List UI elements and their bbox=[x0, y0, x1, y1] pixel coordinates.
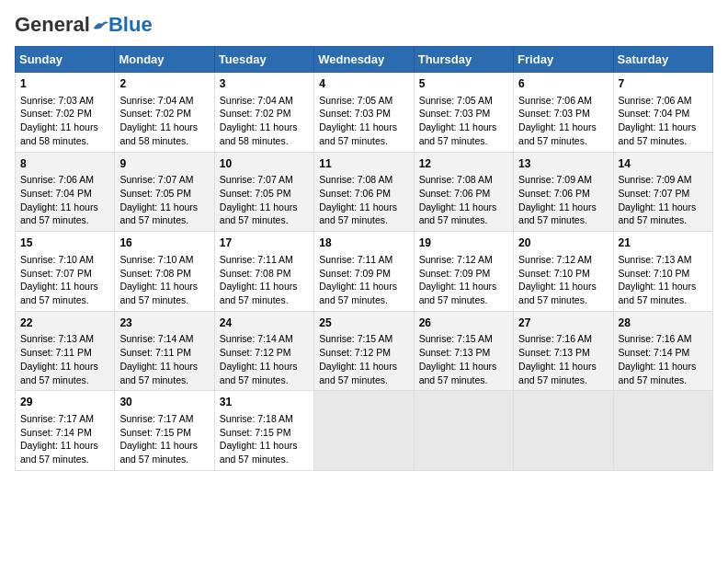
calendar-cell: 28Sunrise: 7:16 AMSunset: 7:14 PMDayligh… bbox=[613, 311, 712, 391]
cell-info: Sunrise: 7:05 AMSunset: 7:03 PMDaylight:… bbox=[319, 95, 397, 146]
cell-info: Sunrise: 7:12 AMSunset: 7:10 PMDaylight:… bbox=[518, 254, 597, 305]
logo-blue: Blue bbox=[108, 15, 153, 35]
day-number: 5 bbox=[419, 76, 508, 92]
calendar-cell bbox=[314, 391, 414, 471]
day-number: 27 bbox=[518, 316, 608, 331]
cell-info: Sunrise: 7:16 AMSunset: 7:14 PMDaylight:… bbox=[619, 333, 697, 385]
cell-info: Sunrise: 7:10 AMSunset: 7:07 PMDaylight:… bbox=[20, 254, 98, 305]
calendar-cell: 27Sunrise: 7:16 AMSunset: 7:13 PMDayligh… bbox=[514, 311, 613, 391]
day-number: 15 bbox=[20, 236, 109, 251]
calendar-cell: 26Sunrise: 7:15 AMSunset: 7:13 PMDayligh… bbox=[414, 311, 513, 391]
day-number: 10 bbox=[220, 156, 309, 172]
calendar-cell: 19Sunrise: 7:12 AMSunset: 7:09 PMDayligh… bbox=[414, 232, 513, 312]
cell-info: Sunrise: 7:05 AMSunset: 7:03 PMDaylight:… bbox=[419, 95, 497, 146]
cell-info: Sunrise: 7:08 AMSunset: 7:06 PMDaylight:… bbox=[319, 174, 397, 225]
cell-info: Sunrise: 7:04 AMSunset: 7:02 PMDaylight:… bbox=[119, 95, 198, 146]
calendar-cell: 12Sunrise: 7:08 AMSunset: 7:06 PMDayligh… bbox=[414, 152, 513, 232]
cell-info: Sunrise: 7:07 AMSunset: 7:05 PMDaylight:… bbox=[119, 174, 198, 225]
cell-info: Sunrise: 7:09 AMSunset: 7:07 PMDaylight:… bbox=[619, 174, 697, 225]
day-number: 26 bbox=[419, 316, 508, 331]
week-row-3: 15Sunrise: 7:10 AMSunset: 7:07 PMDayligh… bbox=[16, 232, 713, 312]
day-number: 29 bbox=[20, 395, 109, 410]
calendar-cell: 1Sunrise: 7:03 AMSunset: 7:02 PMDaylight… bbox=[16, 73, 115, 153]
cell-info: Sunrise: 7:03 AMSunset: 7:02 PMDaylight:… bbox=[20, 95, 98, 146]
bird-icon bbox=[92, 18, 108, 31]
page-header: General Blue bbox=[15, 15, 713, 35]
calendar-cell: 31Sunrise: 7:18 AMSunset: 7:15 PMDayligh… bbox=[214, 391, 313, 471]
calendar-cell: 9Sunrise: 7:07 AMSunset: 7:05 PMDaylight… bbox=[115, 152, 214, 232]
calendar-cell: 29Sunrise: 7:17 AMSunset: 7:14 PMDayligh… bbox=[16, 391, 115, 471]
calendar-cell: 16Sunrise: 7:10 AMSunset: 7:08 PMDayligh… bbox=[115, 232, 214, 312]
calendar-cell: 14Sunrise: 7:09 AMSunset: 7:07 PMDayligh… bbox=[613, 152, 712, 232]
calendar-cell: 4Sunrise: 7:05 AMSunset: 7:03 PMDaylight… bbox=[314, 73, 414, 153]
cell-info: Sunrise: 7:07 AMSunset: 7:05 PMDaylight:… bbox=[220, 174, 298, 225]
cell-info: Sunrise: 7:08 AMSunset: 7:06 PMDaylight:… bbox=[419, 174, 497, 225]
logo-general: General bbox=[15, 15, 90, 35]
day-number: 21 bbox=[619, 236, 708, 251]
calendar-cell: 2Sunrise: 7:04 AMSunset: 7:02 PMDaylight… bbox=[115, 73, 214, 153]
cell-info: Sunrise: 7:10 AMSunset: 7:08 PMDaylight:… bbox=[119, 254, 198, 305]
calendar-cell: 7Sunrise: 7:06 AMSunset: 7:04 PMDaylight… bbox=[613, 73, 712, 153]
calendar-cell: 3Sunrise: 7:04 AMSunset: 7:02 PMDaylight… bbox=[214, 73, 313, 153]
calendar-cell: 6Sunrise: 7:06 AMSunset: 7:03 PMDaylight… bbox=[514, 73, 613, 153]
calendar-cell: 17Sunrise: 7:11 AMSunset: 7:08 PMDayligh… bbox=[214, 232, 313, 312]
day-number: 9 bbox=[119, 156, 209, 172]
day-number: 7 bbox=[619, 76, 708, 92]
cell-info: Sunrise: 7:13 AMSunset: 7:10 PMDaylight:… bbox=[619, 254, 697, 305]
cell-info: Sunrise: 7:18 AMSunset: 7:15 PMDaylight:… bbox=[220, 413, 298, 465]
cell-info: Sunrise: 7:13 AMSunset: 7:11 PMDaylight:… bbox=[20, 333, 98, 385]
calendar-cell: 8Sunrise: 7:06 AMSunset: 7:04 PMDaylight… bbox=[16, 152, 115, 232]
day-number: 24 bbox=[220, 316, 309, 331]
day-number: 16 bbox=[119, 236, 209, 251]
calendar-cell bbox=[514, 391, 613, 471]
day-number: 25 bbox=[319, 316, 408, 331]
day-number: 3 bbox=[220, 76, 309, 92]
day-number: 18 bbox=[319, 236, 408, 251]
cell-info: Sunrise: 7:04 AMSunset: 7:02 PMDaylight:… bbox=[220, 95, 298, 146]
weekday-header-saturday: Saturday bbox=[613, 47, 712, 73]
cell-info: Sunrise: 7:17 AMSunset: 7:14 PMDaylight:… bbox=[20, 413, 98, 465]
cell-info: Sunrise: 7:15 AMSunset: 7:13 PMDaylight:… bbox=[419, 333, 497, 385]
day-number: 1 bbox=[20, 76, 109, 92]
cell-info: Sunrise: 7:12 AMSunset: 7:09 PMDaylight:… bbox=[419, 254, 497, 305]
weekday-header-wednesday: Wednesday bbox=[314, 47, 414, 73]
day-number: 8 bbox=[20, 156, 109, 172]
cell-info: Sunrise: 7:15 AMSunset: 7:12 PMDaylight:… bbox=[319, 333, 397, 385]
cell-info: Sunrise: 7:06 AMSunset: 7:04 PMDaylight:… bbox=[20, 174, 98, 225]
day-number: 6 bbox=[518, 76, 608, 92]
day-number: 19 bbox=[419, 236, 508, 251]
week-row-1: 1Sunrise: 7:03 AMSunset: 7:02 PMDaylight… bbox=[16, 73, 713, 153]
logo: General Blue bbox=[15, 15, 153, 35]
day-number: 23 bbox=[119, 316, 209, 331]
cell-info: Sunrise: 7:11 AMSunset: 7:09 PMDaylight:… bbox=[319, 254, 397, 305]
day-number: 17 bbox=[220, 236, 309, 251]
day-number: 22 bbox=[20, 316, 109, 331]
cell-info: Sunrise: 7:06 AMSunset: 7:04 PMDaylight:… bbox=[619, 95, 697, 146]
calendar-cell bbox=[414, 391, 513, 471]
day-number: 4 bbox=[319, 76, 408, 92]
calendar-cell: 23Sunrise: 7:14 AMSunset: 7:11 PMDayligh… bbox=[115, 311, 214, 391]
calendar-table: SundayMondayTuesdayWednesdayThursdayFrid… bbox=[15, 46, 713, 471]
day-number: 31 bbox=[220, 395, 309, 410]
cell-info: Sunrise: 7:09 AMSunset: 7:06 PMDaylight:… bbox=[518, 174, 597, 225]
day-number: 14 bbox=[619, 156, 708, 172]
calendar-cell: 13Sunrise: 7:09 AMSunset: 7:06 PMDayligh… bbox=[514, 152, 613, 232]
week-row-2: 8Sunrise: 7:06 AMSunset: 7:04 PMDaylight… bbox=[16, 152, 713, 232]
cell-info: Sunrise: 7:11 AMSunset: 7:08 PMDaylight:… bbox=[220, 254, 298, 305]
calendar-cell: 22Sunrise: 7:13 AMSunset: 7:11 PMDayligh… bbox=[16, 311, 115, 391]
calendar-cell: 20Sunrise: 7:12 AMSunset: 7:10 PMDayligh… bbox=[514, 232, 613, 312]
week-row-5: 29Sunrise: 7:17 AMSunset: 7:14 PMDayligh… bbox=[16, 391, 713, 471]
calendar-cell: 15Sunrise: 7:10 AMSunset: 7:07 PMDayligh… bbox=[16, 232, 115, 312]
calendar-cell: 30Sunrise: 7:17 AMSunset: 7:15 PMDayligh… bbox=[115, 391, 214, 471]
weekday-header-row: SundayMondayTuesdayWednesdayThursdayFrid… bbox=[16, 47, 713, 73]
weekday-header-thursday: Thursday bbox=[414, 47, 513, 73]
calendar-cell: 5Sunrise: 7:05 AMSunset: 7:03 PMDaylight… bbox=[414, 73, 513, 153]
cell-info: Sunrise: 7:17 AMSunset: 7:15 PMDaylight:… bbox=[119, 413, 198, 465]
calendar-cell: 10Sunrise: 7:07 AMSunset: 7:05 PMDayligh… bbox=[214, 152, 313, 232]
calendar-cell: 18Sunrise: 7:11 AMSunset: 7:09 PMDayligh… bbox=[314, 232, 414, 312]
weekday-header-tuesday: Tuesday bbox=[214, 47, 313, 73]
day-number: 12 bbox=[419, 156, 508, 172]
calendar-cell: 25Sunrise: 7:15 AMSunset: 7:12 PMDayligh… bbox=[314, 311, 414, 391]
weekday-header-friday: Friday bbox=[514, 47, 613, 73]
day-number: 30 bbox=[119, 395, 209, 410]
